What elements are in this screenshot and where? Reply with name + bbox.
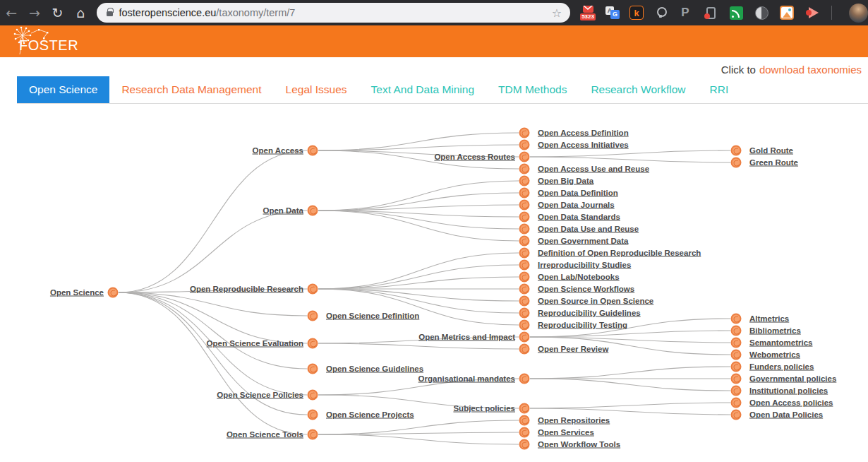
tree-node-circle-open-peer-review[interactable] [519,344,530,355]
tree-node-label-green-route[interactable]: Green Route [749,158,798,167]
tree-node-circle-governmental-policies[interactable] [731,374,742,384]
tree-node-label-reproducibility-guidelines[interactable]: Reproducibility Guidelines [538,309,641,317]
tree-edge-open-data-policies [530,408,730,415]
tree-node-circle-open-science-projects[interactable] [308,410,318,420]
tree-node-label-open-repositories[interactable]: Open Repositories [538,416,610,425]
tree-node-circle-open-access-use-and-reuse[interactable] [519,164,530,174]
tree-node-label-open-access-policies[interactable]: Open Access policies [749,398,833,407]
tree-node-label-bibliometrics[interactable]: Bibliometrics [749,326,801,335]
tree-node-label-gold-route[interactable]: Gold Route [749,146,793,155]
tree-node-label-open-science-definition[interactable]: Open Science Definition [326,312,419,320]
tree-node-circle-open-data-definition[interactable] [519,188,530,199]
tree-edge-funders-policies [530,367,730,379]
tree-edge-open-government-data [318,211,519,241]
tree-node-circle-open-data-policies[interactable] [731,410,742,420]
tree-node-circle-institutional-policies[interactable] [731,386,742,396]
tree-edge-institutional-policies [530,379,730,391]
tree-node-label-open-access-definition[interactable]: Open Access Definition [538,129,629,137]
tree-node-circle-reproducibility-guidelines[interactable] [519,308,530,319]
tree-edge-green-route [530,157,730,162]
tree-node-circle-open-data-standards[interactable] [519,212,530,223]
tree-edge-open-science-evaluation [119,292,307,343]
tree-node-label-open-services[interactable]: Open Services [538,428,594,437]
tree-node-circle-gold-route[interactable] [731,146,742,156]
tree-node-circle-organisational-mandates[interactable] [519,374,530,384]
tree-edge-gold-route [530,150,730,157]
tree-node-circle-bibliometrics[interactable] [731,326,742,336]
tree-node-circle-webometrics[interactable] [731,350,742,360]
tree-node-circle-open-access-policies[interactable] [731,398,742,408]
tree-node-circle-open-reproducible-research[interactable] [308,284,318,295]
tree-node-circle-open-science-evaluation[interactable] [308,338,318,349]
tree-node-circle-green-route[interactable] [731,158,742,168]
tree-node-circle-open-data-journals[interactable] [519,200,530,211]
tree-node-label-open-lab-notebooks[interactable]: Open Lab/Notebooks [538,273,620,281]
tree-node-circle-altmetrics[interactable] [731,314,742,324]
tree-node-circle-open-science-definition[interactable] [308,311,318,321]
tree-node-label-open-workflow-tools[interactable]: Open Workflow Tools [538,440,620,449]
tree-node-label-open-science-projects[interactable]: Open Science Projects [326,410,414,419]
tree-node-circle-funders-policies[interactable] [731,362,742,372]
tree-node-label-institutional-policies[interactable]: Institutional policies [749,386,828,395]
tree-node-circle-open-source-in-open-science[interactable] [519,296,530,307]
tree-node-label-open-big-data[interactable]: Open Big Data [538,177,593,185]
tree-node-circle-definition-of-open-reproducible-research[interactable] [519,248,530,259]
tree-node-circle-open-access[interactable] [308,146,318,156]
tree-node-label-open-access-routes[interactable]: Open Access Routes [434,153,515,161]
tree-node-circle-open-science[interactable] [108,288,119,298]
tree-node-label-open-science-tools[interactable]: Open Science Tools [227,430,303,439]
tree-node-circle-open-data-use-and-reuse[interactable] [519,224,530,235]
tree-node-label-open-data-journals[interactable]: Open Data Journals [538,201,615,209]
tree-edge-open-lab-notebooks [318,277,519,289]
tree-node-label-open-access-use-and-reuse[interactable]: Open Access Use and Reuse [538,165,649,173]
tree-node-label-open-data-policies[interactable]: Open Data Policies [749,410,823,419]
tree-node-circle-open-metrics-and-impact[interactable] [519,332,530,343]
tree-node-label-open-government-data[interactable]: Open Government Data [538,237,628,245]
tree-node-label-open-data-definition[interactable]: Open Data Definition [538,189,618,197]
tree-node-circle-open-government-data[interactable] [519,236,530,247]
tree-node-circle-open-access-routes[interactable] [519,152,530,162]
tree-node-label-open-data[interactable]: Open Data [263,206,303,215]
tree-node-label-open-reproducible-research[interactable]: Open Reproducible Research [190,285,303,293]
tree-node-label-open-data-use-and-reuse[interactable]: Open Data Use and Reuse [538,225,639,233]
tree-node-label-organisational-mandates[interactable]: Organisational mandates [418,374,515,383]
tree-edge-reproducibility-guidelines [318,289,519,313]
tree-node-circle-open-access-definition[interactable] [519,128,530,138]
tree-node-label-funders-policies[interactable]: Funders policies [749,362,814,371]
tree-node-circle-open-lab-notebooks[interactable] [519,272,530,283]
tree-node-circle-subject-policies[interactable] [519,403,530,414]
tree-node-circle-open-data[interactable] [308,206,318,216]
tree-node-circle-open-workflow-tools[interactable] [519,439,530,450]
tree-node-circle-open-services[interactable] [519,427,530,438]
tree-node-label-irreproducibility-studies[interactable]: Irreproducibility Studies [538,261,631,269]
tree-node-circle-open-access-initiatives[interactable] [519,140,530,150]
tree-node-label-definition-of-open-reproducible-research[interactable]: Definition of Open Reproducible Research [538,249,701,257]
tree-node-label-governmental-policies[interactable]: Governmental policies [749,374,836,383]
tree-node-label-altmetrics[interactable]: Altmetrics [749,314,789,323]
tree-node-circle-semantometrics[interactable] [731,338,742,348]
tree-node-circle-irreproducibility-studies[interactable] [519,260,530,271]
tree-node-circle-open-repositories[interactable] [519,415,530,426]
tree-node-label-open-data-standards[interactable]: Open Data Standards [538,213,620,221]
tree-node-label-open-access-initiatives[interactable]: Open Access Initiatives [538,141,629,149]
tree-node-label-open-science-workflows[interactable]: Open Science Workflows [538,285,634,293]
tree-node-label-semantometrics[interactable]: Semantometrics [749,338,812,347]
tree-node-label-open-science-evaluation[interactable]: Open Science Evaluation [207,339,303,348]
tree-edge-open-services [318,432,519,434]
tree-node-label-open-metrics-and-impact[interactable]: Open Metrics and Impact [418,333,515,341]
tree-node-label-open-access[interactable]: Open Access [253,146,303,155]
tree-node-circle-open-science-tools[interactable] [308,430,318,440]
tree-node-label-open-peer-review[interactable]: Open Peer Review [538,345,608,353]
tree-node-label-open-science-policies[interactable]: Open Science Policies [217,391,303,399]
tree-node-circle-open-science-policies[interactable] [308,390,318,401]
tree-node-label-reproducibility-testing[interactable]: Reproducibility Testing [538,321,627,329]
tree-node-circle-open-big-data[interactable] [519,176,530,186]
tree-node-label-webometrics[interactable]: Webometrics [749,350,800,359]
tree-node-label-open-science-guidelines[interactable]: Open Science Guidelines [326,365,423,373]
tree-node-circle-open-science-guidelines[interactable] [308,364,318,374]
tree-node-circle-open-science-workflows[interactable] [519,284,530,295]
tree-node-label-open-science[interactable]: Open Science [50,288,104,297]
tree-node-circle-reproducibility-testing[interactable] [519,320,530,331]
tree-node-label-open-source-in-open-science[interactable]: Open Source in Open Science [538,297,653,305]
tree-node-label-subject-policies[interactable]: Subject policies [453,404,515,413]
